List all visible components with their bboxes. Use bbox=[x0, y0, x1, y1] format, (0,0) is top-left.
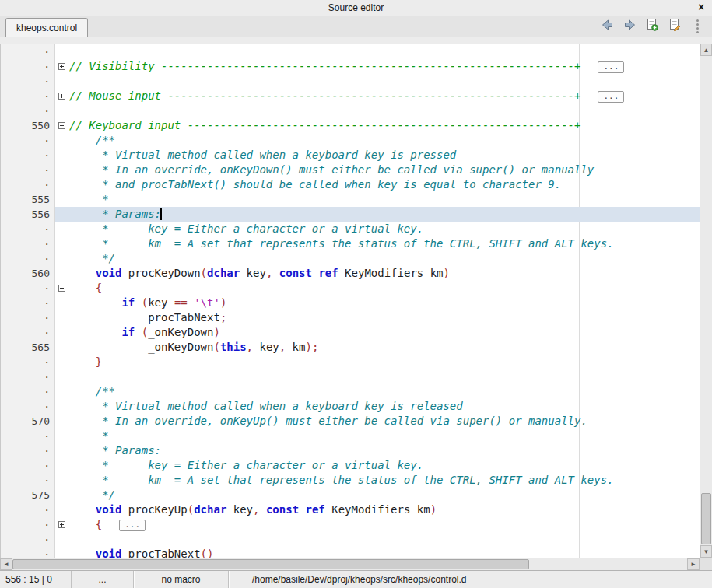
code-line[interactable]: 555 * bbox=[1, 192, 700, 207]
line-number[interactable]: · bbox=[1, 236, 55, 251]
code-line[interactable]: · bbox=[1, 369, 700, 384]
code-line[interactable]: · if (_onKeyDown) bbox=[1, 325, 700, 340]
go-forward-button[interactable] bbox=[623, 19, 637, 33]
line-number[interactable]: · bbox=[1, 443, 55, 458]
title-bar: Source editor × bbox=[0, 0, 712, 16]
line-number[interactable]: · bbox=[1, 517, 55, 532]
document-edit-button[interactable] bbox=[668, 19, 682, 33]
tab-kheops-control[interactable]: kheops.control bbox=[5, 18, 88, 37]
scroll-left-button[interactable]: ◄ bbox=[0, 558, 12, 570]
line-number[interactable]: · bbox=[1, 532, 55, 547]
code-line[interactable]: · * km = A set that represents the statu… bbox=[1, 473, 700, 488]
line-number[interactable]: · bbox=[1, 429, 55, 443]
scroll-down-button[interactable]: ▼ bbox=[700, 545, 712, 558]
code-line[interactable]: · procTabNext; bbox=[1, 310, 700, 325]
code-line[interactable]: · * bbox=[1, 429, 700, 443]
horizontal-scrollbar[interactable]: ◄ ► bbox=[0, 558, 700, 570]
fold-toggle-icon[interactable] bbox=[58, 285, 65, 292]
line-number[interactable]: · bbox=[1, 163, 55, 177]
line-number[interactable]: · bbox=[1, 222, 55, 236]
line-number[interactable]: 550 bbox=[1, 118, 55, 133]
code-line[interactable]: ·// Mouse input ------------------------… bbox=[1, 89, 700, 103]
line-number[interactable]: · bbox=[1, 458, 55, 473]
code-line[interactable]: · { bbox=[1, 281, 700, 296]
code-line[interactable]: · * Params: bbox=[1, 443, 700, 458]
code-line[interactable]: 556 * Params: bbox=[1, 207, 700, 222]
line-number[interactable]: · bbox=[1, 59, 55, 74]
line-number[interactable]: 555 bbox=[1, 192, 55, 207]
code-line[interactable]: · * km = A set that represents the statu… bbox=[1, 236, 700, 251]
code-line[interactable]: · bbox=[1, 103, 700, 118]
code-line[interactable]: · * Virtual method called when a keyboar… bbox=[1, 399, 700, 414]
code-line[interactable]: · * Virtual method called when a keyboar… bbox=[1, 148, 700, 163]
line-number[interactable]: 565 bbox=[1, 340, 55, 355]
code-line[interactable]: · } bbox=[1, 355, 700, 369]
line-number[interactable]: · bbox=[1, 369, 55, 384]
line-number[interactable]: · bbox=[1, 355, 55, 369]
code-line[interactable]: 570 * In an override, onKeyUp() must eit… bbox=[1, 414, 700, 429]
code-line[interactable]: · * and procTabNext() should be called w… bbox=[1, 177, 700, 192]
code-text: _onKeyDown(this, key, km); bbox=[69, 340, 700, 355]
code-line[interactable]: · bbox=[1, 532, 700, 547]
code-line[interactable]: · * In an override, onKeyDown() must eit… bbox=[1, 163, 700, 177]
code-text: void procKeyDown(dchar key, const ref Ke… bbox=[69, 266, 700, 281]
line-number[interactable]: · bbox=[1, 74, 55, 89]
editor-area[interactable]: ··// Visibility ------------------------… bbox=[0, 44, 700, 558]
code-line[interactable]: 565 _onKeyDown(this, key, km); bbox=[1, 340, 700, 355]
code-line[interactable]: · void procTabNext() bbox=[1, 547, 700, 558]
go-back-button[interactable] bbox=[600, 19, 614, 33]
line-number[interactable]: · bbox=[1, 310, 55, 325]
line-number[interactable]: · bbox=[1, 384, 55, 399]
horizontal-scroll-thumb[interactable] bbox=[12, 559, 529, 569]
code-line[interactable]: · bbox=[1, 74, 700, 89]
code-line[interactable]: 550// Keyboard input -------------------… bbox=[1, 118, 700, 133]
code-line[interactable]: · */ bbox=[1, 251, 700, 266]
folded-code-ellipsis[interactable]: ... bbox=[598, 91, 624, 103]
code-line[interactable]: · * key = Either a character or a virtua… bbox=[1, 458, 700, 473]
code-line[interactable]: · /** bbox=[1, 133, 700, 148]
code-line[interactable]: · * key = Either a character or a virtua… bbox=[1, 222, 700, 236]
toolbar-grip[interactable] bbox=[690, 19, 704, 33]
folded-code-ellipsis[interactable]: ... bbox=[119, 520, 146, 531]
vertical-scroll-thumb[interactable] bbox=[701, 493, 711, 544]
folded-code-ellipsis[interactable]: ... bbox=[598, 61, 624, 73]
line-number[interactable]: · bbox=[1, 502, 55, 517]
line-number[interactable]: 556 bbox=[1, 207, 55, 222]
fold-toggle-icon[interactable] bbox=[58, 521, 65, 528]
line-number[interactable]: · bbox=[1, 44, 55, 59]
scroll-up-button[interactable]: ▲ bbox=[700, 44, 712, 56]
vertical-scrollbar[interactable]: ▲ ▼ bbox=[700, 44, 712, 558]
line-number[interactable]: 575 bbox=[1, 488, 55, 502]
line-number[interactable]: · bbox=[1, 251, 55, 266]
code-line[interactable]: · void procKeyUp(dchar key, const ref Ke… bbox=[1, 502, 700, 517]
code-line[interactable]: · /** bbox=[1, 384, 700, 399]
line-number[interactable]: · bbox=[1, 296, 55, 310]
line-number[interactable]: 570 bbox=[1, 414, 55, 429]
fold-toggle-icon[interactable] bbox=[58, 122, 65, 129]
line-number[interactable]: · bbox=[1, 89, 55, 103]
code-line[interactable]: · {... bbox=[1, 517, 700, 532]
line-number[interactable]: 560 bbox=[1, 266, 55, 281]
code-text: /** bbox=[69, 133, 700, 148]
code-line[interactable]: · bbox=[1, 44, 700, 59]
line-body: // Keyboard input ----------------------… bbox=[55, 118, 700, 133]
line-number[interactable]: · bbox=[1, 473, 55, 488]
line-number[interactable]: · bbox=[1, 103, 55, 118]
line-number[interactable]: · bbox=[1, 177, 55, 192]
code-line[interactable]: ·// Visibility -------------------------… bbox=[1, 59, 700, 74]
close-icon[interactable]: × bbox=[695, 0, 707, 16]
line-number[interactable]: · bbox=[1, 281, 55, 296]
code-line[interactable]: 575 */ bbox=[1, 488, 700, 502]
line-number[interactable]: · bbox=[1, 399, 55, 414]
horizontal-scroll-track[interactable] bbox=[12, 558, 687, 570]
code-line[interactable]: 560 void procKeyDown(dchar key, const re… bbox=[1, 266, 700, 281]
line-number[interactable]: · bbox=[1, 148, 55, 163]
document-add-button[interactable] bbox=[645, 19, 659, 33]
fold-toggle-icon[interactable] bbox=[58, 93, 65, 100]
line-number[interactable]: · bbox=[1, 133, 55, 148]
line-number[interactable]: · bbox=[1, 547, 55, 558]
code-line[interactable]: · if (key == '\t') bbox=[1, 296, 700, 310]
fold-toggle-icon[interactable] bbox=[58, 63, 65, 70]
line-number[interactable]: · bbox=[1, 325, 55, 340]
scroll-right-button[interactable]: ► bbox=[687, 558, 700, 570]
